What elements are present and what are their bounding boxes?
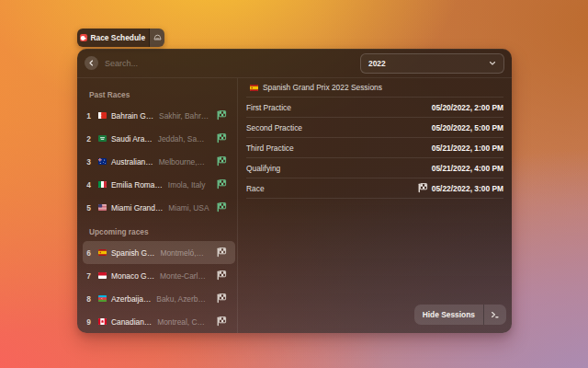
spain-flag-icon <box>250 85 258 91</box>
race-row-emilia-romagna[interactable]: 4 Emilia Roma… Imola, Italy <box>83 173 235 196</box>
back-button[interactable] <box>85 56 98 70</box>
race-index: 5 <box>83 203 95 213</box>
race-row-canada[interactable]: 9 Canadian… Montreal, C… <box>83 310 235 333</box>
helmet-icon <box>80 35 86 41</box>
race-title: Australian… <box>111 157 153 167</box>
race-index: 1 <box>83 111 95 121</box>
session-label: Race <box>246 184 265 193</box>
race-index: 7 <box>83 271 95 281</box>
session-date-text: 05/22/2022, 3:00 PM <box>432 184 503 193</box>
session-date: 05/20/2022, 5:00 PM <box>432 123 503 132</box>
past-race-flag-icon <box>217 133 227 144</box>
race-index: 4 <box>83 180 95 190</box>
race-row-bahrain[interactable]: 1 Bahrain G… Sakhir, Bahr… <box>83 104 235 127</box>
session-label: First Practice <box>246 103 291 112</box>
race-index: 6 <box>83 248 95 258</box>
upcoming-race-flag-icon <box>217 247 227 258</box>
race-row-monaco[interactable]: 7 Monaco G… Monte-Carl… <box>83 264 235 287</box>
prompt-key-icon <box>491 311 500 319</box>
session-date: 05/21/2022, 1:00 PM <box>432 144 503 153</box>
session-label: Qualifying <box>246 164 280 173</box>
race-subtitle: Baku, Azerb… <box>156 294 206 304</box>
hide-sessions-button[interactable]: Hide Sessions <box>414 310 483 319</box>
window-body: Past Races 1 Bahrain G… Sakhir, Bahr… 2 … <box>77 78 512 333</box>
race-row-australia[interactable]: 3 Australian… Melbourne,… <box>83 150 235 173</box>
race-index: 8 <box>83 294 95 304</box>
race-row-azerbaijan[interactable]: 8 Azerbaija… Baku, Azerb… <box>83 287 235 310</box>
session-date: 05/21/2022, 4:00 PM <box>432 164 503 173</box>
australia-flag-icon <box>98 158 107 165</box>
race-subtitle: Montreal, C… <box>157 317 205 327</box>
session-label: Third Practice <box>246 144 294 153</box>
bahrain-flag-icon <box>98 112 107 119</box>
race-title: Bahrain G… <box>111 111 153 121</box>
usa-flag-icon <box>98 204 107 211</box>
azerbaijan-flag-icon <box>98 295 107 302</box>
chip-title: Race Schedule <box>91 33 146 42</box>
session-row-qualifying[interactable]: Qualifying 05/21/2022, 4:00 PM <box>246 158 503 178</box>
race-row-saudi-arabia[interactable]: 2 Saudi Ara… Jeddah, Sa… <box>83 127 235 150</box>
past-race-flag-icon <box>217 179 227 190</box>
race-title: Spanish G… <box>111 248 154 258</box>
past-race-flag-icon <box>217 156 227 167</box>
race-title: Saudi Ara… <box>111 134 153 144</box>
year-dropdown[interactable]: 2022 <box>360 53 504 74</box>
italy-flag-icon <box>98 181 107 188</box>
saudi-arabia-flag-icon <box>98 135 107 142</box>
chevron-down-icon <box>489 61 496 66</box>
spain-flag-icon <box>98 249 107 256</box>
past-race-flag-icon <box>217 202 227 213</box>
section-title-upcoming-races: Upcoming races <box>83 223 235 241</box>
race-subtitle: Imola, Italy <box>168 180 206 190</box>
upcoming-race-flag-icon <box>217 316 227 327</box>
canada-flag-icon <box>98 318 107 325</box>
race-subtitle: Miami, USA <box>168 203 209 213</box>
upcoming-race-flag-icon <box>217 270 227 281</box>
monaco-flag-icon <box>98 272 107 279</box>
race-title: Miami Grand… <box>111 203 163 213</box>
session-row-third-practice[interactable]: Third Practice 05/21/2022, 1:00 PM <box>246 138 503 158</box>
race-schedule-app-icon <box>80 34 87 41</box>
race-title: Monaco G… <box>111 271 154 281</box>
session-row-race[interactable]: Race 05/22/2022, 3:00 PM <box>246 178 503 199</box>
primary-action: Hide Sessions <box>414 305 506 325</box>
car-icon <box>153 34 162 41</box>
chevron-left-icon <box>88 60 95 66</box>
section-title-past-races: Past Races <box>83 86 235 104</box>
race-row-miami[interactable]: 5 Miami Grand… Miami, USA <box>83 196 235 219</box>
race-subtitle: Monte-Carl… <box>160 271 206 281</box>
upcoming-race-flag-icon <box>217 293 227 304</box>
window-header: Search... 2022 <box>77 49 512 78</box>
session-row-first-practice[interactable]: First Practice 05/20/2022, 2:00 PM <box>246 98 503 118</box>
session-row-second-practice[interactable]: Second Practice 05/20/2022, 5:00 PM <box>246 118 503 138</box>
race-subtitle: Sakhir, Bahr… <box>159 111 209 121</box>
search-input[interactable]: Search... <box>105 59 138 68</box>
title-chip[interactable]: Race Schedule <box>77 29 164 47</box>
race-index: 9 <box>83 317 95 327</box>
race-title: Emilia Roma… <box>111 180 163 190</box>
chip-badge[interactable] <box>150 29 164 47</box>
session-date: 05/22/2022, 3:00 PM <box>418 183 503 193</box>
session-date: 05/20/2022, 2:00 PM <box>432 103 503 112</box>
title-chip-main: Race Schedule <box>77 29 149 47</box>
race-list: Past Races 1 Bahrain G… Sakhir, Bahr… 2 … <box>77 78 238 333</box>
race-subtitle: Melbourne,… <box>159 157 205 167</box>
race-index: 3 <box>83 157 95 167</box>
race-index: 2 <box>83 134 95 144</box>
sessions-title: Spanish Grand Prix 2022 Sessions <box>263 83 382 92</box>
year-dropdown-value: 2022 <box>368 59 386 68</box>
race-session-flag-icon <box>418 183 428 193</box>
race-row-spanish-selected[interactable]: 6 Spanish G… Montmeló,… <box>83 241 235 264</box>
race-title: Canadian… <box>111 317 152 327</box>
return-key-badge[interactable] <box>484 311 506 319</box>
sessions-panel: Spanish Grand Prix 2022 Sessions First P… <box>238 78 512 333</box>
session-label: Second Practice <box>246 123 302 132</box>
app-window: Search... 2022 Past Races 1 Bahrain G… S… <box>77 49 512 333</box>
race-title: Azerbaija… <box>111 294 151 304</box>
race-subtitle: Montmeló,… <box>160 248 203 258</box>
past-race-flag-icon <box>217 110 227 121</box>
race-subtitle: Jeddah, Sa… <box>158 134 205 144</box>
sessions-header: Spanish Grand Prix 2022 Sessions <box>246 78 503 98</box>
